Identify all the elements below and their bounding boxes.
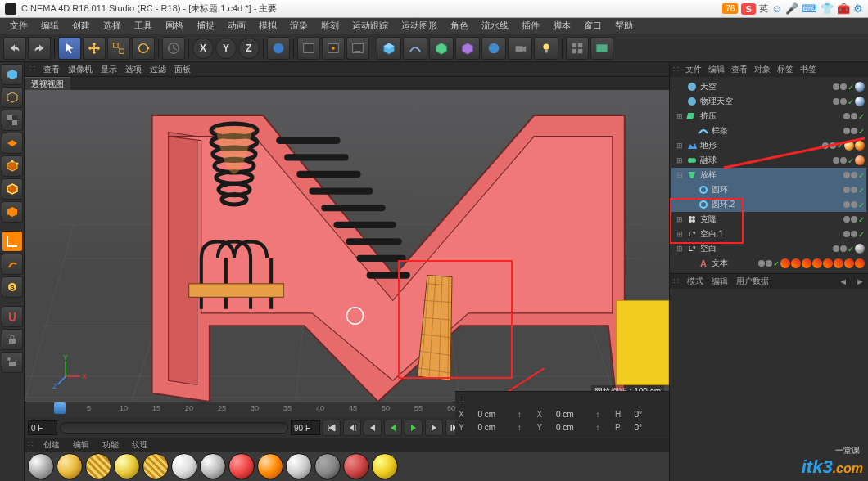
material-ball[interactable]: [286, 453, 312, 479]
redo-button[interactable]: [28, 37, 51, 60]
object-row[interactable]: ⊞L°空白✓: [671, 241, 866, 256]
next-frame-button[interactable]: [425, 420, 443, 436]
enable-check-icon[interactable]: ✓: [848, 97, 854, 106]
ime-gear-icon[interactable]: ⚙: [853, 2, 863, 15]
render-dot[interactable]: [851, 216, 857, 223]
expand-icon[interactable]: ⊞: [676, 112, 684, 120]
material-ball[interactable]: [200, 453, 226, 479]
visibility-dot[interactable]: [833, 157, 839, 164]
polygon-mode-button[interactable]: [2, 201, 23, 223]
enable-check-icon[interactable]: ✓: [773, 259, 780, 268]
texture-mode-button[interactable]: [2, 110, 23, 131]
timeline-playhead[interactable]: [54, 402, 66, 414]
object-name[interactable]: 空白: [700, 243, 830, 254]
add-generator-button[interactable]: [429, 37, 454, 60]
timeline-end-input[interactable]: [291, 420, 320, 435]
point-mode-button[interactable]: [2, 155, 23, 177]
workplane-button[interactable]: [2, 133, 23, 154]
render-dot[interactable]: [830, 142, 836, 149]
render-dot[interactable]: [851, 128, 857, 134]
render-dot[interactable]: [840, 157, 847, 164]
material-ball[interactable]: [114, 453, 140, 479]
attr-nav-prev-icon[interactable]: ◄: [839, 276, 848, 286]
menu-snap[interactable]: 捕捉: [190, 18, 221, 34]
ime-s-icon[interactable]: S: [741, 3, 755, 15]
make-editable-button[interactable]: [2, 64, 23, 85]
render-dot[interactable]: [840, 245, 847, 252]
menu-file[interactable]: 文件: [3, 18, 34, 34]
tag-icon[interactable]: [844, 141, 854, 151]
tag-icon[interactable]: [855, 155, 865, 165]
menu-character[interactable]: 角色: [444, 18, 475, 34]
expand-icon[interactable]: ⊞: [676, 230, 684, 238]
material-ball[interactable]: [343, 453, 369, 479]
coord-x-value[interactable]: 0 cm: [477, 410, 509, 419]
x-axis-toggle[interactable]: X: [192, 38, 214, 59]
move-tool[interactable]: [83, 37, 106, 60]
coord-sy-value[interactable]: 0 cm: [556, 423, 588, 432]
tag-icon[interactable]: [812, 258, 822, 268]
axis-button[interactable]: [2, 231, 23, 252]
play-forward-button[interactable]: [405, 420, 423, 436]
object-name[interactable]: 物理天空: [700, 96, 830, 107]
object-name[interactable]: 空白.1: [700, 228, 841, 240]
menu-plugins[interactable]: 插件: [515, 18, 546, 34]
material-ball[interactable]: [372, 453, 398, 479]
coord-system-button[interactable]: [267, 37, 290, 60]
render-dot[interactable]: [851, 172, 857, 178]
scale-tool[interactable]: [107, 37, 130, 60]
expand-icon[interactable]: ⊞: [676, 245, 684, 253]
object-row[interactable]: 圆环.2✓: [671, 197, 866, 212]
object-name[interactable]: 挤压: [700, 110, 841, 122]
menu-create[interactable]: 创建: [66, 18, 97, 34]
add-deformer-button[interactable]: [455, 37, 480, 60]
object-row[interactable]: ⊞克隆✓: [671, 212, 866, 227]
visibility-dot[interactable]: [758, 260, 765, 267]
menu-window[interactable]: 窗口: [577, 18, 608, 34]
prev-frame-button[interactable]: [364, 420, 382, 436]
camera-menu[interactable]: 摄像机: [68, 64, 93, 75]
enable-check-icon[interactable]: ✓: [837, 142, 843, 151]
locked-workplane-button[interactable]: [2, 329, 23, 350]
enable-check-icon[interactable]: ✓: [858, 171, 865, 180]
add-environment-button[interactable]: [481, 37, 506, 60]
attr-tab-userdata[interactable]: 用户数据: [736, 276, 769, 287]
z-axis-toggle[interactable]: Z: [238, 38, 260, 59]
visibility-dot[interactable]: [822, 142, 829, 149]
tag-icon[interactable]: [780, 258, 790, 268]
menu-select[interactable]: 选择: [97, 18, 128, 34]
tag-icon[interactable]: [834, 258, 843, 268]
mat-tab-edit[interactable]: 编辑: [66, 438, 96, 452]
object-name[interactable]: 地形: [700, 140, 820, 151]
object-row[interactable]: ⊞挤压✓: [671, 109, 866, 124]
history-button[interactable]: [162, 37, 185, 60]
ime-toolbox-icon[interactable]: 🧰: [837, 2, 850, 15]
content-browser-button[interactable]: [590, 37, 613, 60]
visibility-dot[interactable]: [843, 201, 850, 208]
visibility-dot[interactable]: [843, 187, 850, 193]
material-ball[interactable]: [28, 453, 54, 479]
model-mode-button[interactable]: [2, 87, 23, 108]
om-tab-edit[interactable]: 编辑: [708, 64, 725, 75]
render-dot[interactable]: [840, 83, 847, 90]
object-row[interactable]: ⊞地形✓: [671, 138, 866, 153]
visibility-dot[interactable]: [843, 128, 850, 134]
select-tool[interactable]: [58, 37, 81, 60]
material-ball[interactable]: [85, 453, 111, 479]
menu-edit[interactable]: 编辑: [34, 18, 66, 34]
add-cube-button[interactable]: [377, 37, 401, 60]
prev-key-button[interactable]: [343, 420, 361, 436]
viewport[interactable]: X Y Z 网格间距 : 100 cm: [25, 90, 669, 402]
edge-mode-button[interactable]: [2, 178, 23, 200]
menu-mesh[interactable]: 网格: [159, 18, 190, 34]
tag-icon[interactable]: [791, 258, 801, 268]
attr-nav-next-icon[interactable]: ►: [856, 276, 865, 286]
enable-check-icon[interactable]: ✓: [848, 156, 854, 165]
options-menu[interactable]: 选项: [125, 64, 142, 75]
visibility-dot[interactable]: [843, 216, 850, 223]
material-ball[interactable]: [57, 453, 83, 479]
tag-icon[interactable]: [823, 258, 833, 268]
enable-check-icon[interactable]: ✓: [858, 215, 865, 224]
material-ball[interactable]: [228, 453, 255, 479]
render-view-button[interactable]: [297, 37, 320, 60]
